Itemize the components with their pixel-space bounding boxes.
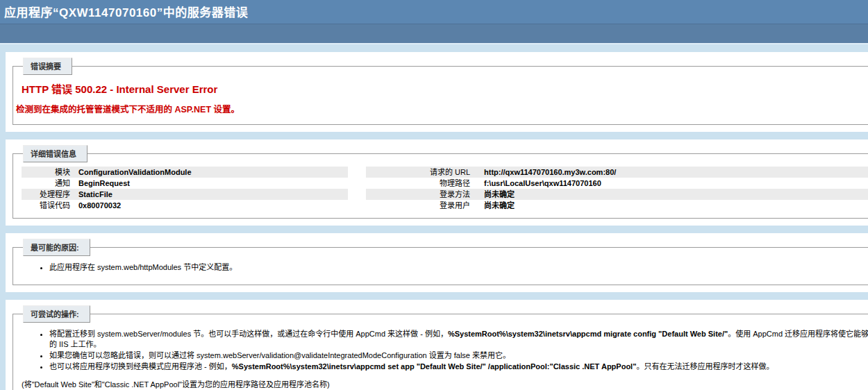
details-right-column: 请求的 URLhttp://qxw1147070160.my3w.com:80/… (366, 162, 868, 212)
list-item: 如果您确信可以忽略此错误，则可以通过将 system.webServer/val… (49, 350, 868, 361)
detail-label: 通知 (22, 178, 78, 189)
page-title: 应用程序“QXW1147070160”中的服务器错误 (4, 3, 868, 20)
detail-label: 错误代码 (22, 200, 78, 211)
detail-row: 处理程序StaticFile (22, 189, 348, 200)
detail-value: ConfigurationValidationModule (78, 167, 348, 178)
list-item: 此应用程序在 system.web/httpModules 节中定义配置。 (49, 262, 868, 273)
error-subtitle: 检测到在集成的托管管道模式下不适用的 ASP.NET 设置。 (16, 102, 868, 115)
likely-causes-list: 此应用程序在 system.web/httpModules 节中定义配置。 (49, 262, 868, 273)
detail-value: http://qxw1147070160.my3w.com:80/ (484, 167, 868, 178)
detail-value: 尚未确定 (484, 200, 868, 211)
things-to-try-section: 可尝试的操作: 将配置迁移到 system.webServer/modules … (6, 300, 868, 390)
page-header: 应用程序“QXW1147070160”中的服务器错误 (0, 0, 868, 24)
error-summary-section: 错误摘要 HTTP 错误 500.22 - Internal Server Er… (6, 52, 868, 132)
things-to-try-list: 将配置迁移到 system.webServer/modules 节。也可以手动这… (49, 329, 868, 372)
iis-error-page: { "colors": { "page_bg": "#CBE1EF", "hea… (0, 0, 868, 390)
detail-label: 物理路径 (366, 178, 484, 189)
detail-label: 登录用户 (366, 200, 484, 211)
list-item: 将配置迁移到 system.webServer/modules 节。也可以手动这… (49, 329, 868, 350)
detail-row: 登录方法尚未确定 (366, 189, 868, 200)
detail-row: 错误代码0x80070032 (22, 200, 348, 211)
detailed-error-section: 详细错误信息 模块ConfigurationValidationModule通知… (6, 139, 868, 226)
detail-value: StaticFile (78, 189, 348, 200)
detail-value: f:\usr\LocalUser\qxw1147070160 (484, 178, 868, 189)
detail-row: 登录用户尚未确定 (366, 200, 868, 211)
server-version-band (0, 24, 868, 44)
detail-row: 请求的 URLhttp://qxw1147070160.my3w.com:80/ (366, 167, 868, 178)
error-summary-legend: 错误摘要 (23, 58, 72, 75)
detailed-error-legend: 详细错误信息 (23, 145, 87, 162)
things-to-try-fieldset: 可尝试的操作: 将配置迁移到 system.webServer/modules … (12, 305, 868, 390)
error-title: HTTP 错误 500.22 - Internal Server Error (22, 81, 868, 96)
detail-label: 登录方法 (366, 189, 484, 200)
error-summary-fieldset: 错误摘要 HTTP 错误 500.22 - Internal Server Er… (12, 58, 868, 125)
details-right-table: 请求的 URLhttp://qxw1147070160.my3w.com:80/… (366, 167, 868, 211)
likely-causes-fieldset: 最可能的原因: 此应用程序在 system.web/httpModules 节中… (12, 239, 868, 285)
detail-value: BeginRequest (78, 178, 348, 189)
likely-causes-section: 最可能的原因: 此应用程序在 system.web/httpModules 节中… (6, 233, 868, 292)
detail-label: 处理程序 (22, 189, 78, 200)
details-left-column: 模块ConfigurationValidationModule通知BeginRe… (22, 162, 348, 212)
detail-row: 通知BeginRequest (22, 178, 348, 189)
detail-value: 0x80070032 (78, 200, 348, 211)
detail-label: 请求的 URL (366, 167, 484, 178)
things-to-try-legend: 可尝试的操作: (23, 305, 90, 323)
likely-causes-legend: 最可能的原因: (23, 239, 90, 256)
things-to-try-note: (将"Default Web Site"和"Classic .NET AppPo… (22, 378, 868, 389)
detail-row: 模块ConfigurationValidationModule (22, 167, 348, 178)
detail-value: 尚未确定 (484, 189, 868, 200)
detail-row: 物理路径f:\usr\LocalUser\qxw1147070160 (366, 178, 868, 189)
detail-label: 模块 (22, 167, 78, 178)
details-left-table: 模块ConfigurationValidationModule通知BeginRe… (22, 167, 348, 211)
list-item: 也可以将应用程序切换到经典模式应用程序池 - 例如，%SystemRoot%\s… (49, 362, 868, 372)
details-columns: 模块ConfigurationValidationModule通知BeginRe… (22, 162, 868, 212)
detailed-error-fieldset: 详细错误信息 模块ConfigurationValidationModule通知… (12, 145, 868, 219)
